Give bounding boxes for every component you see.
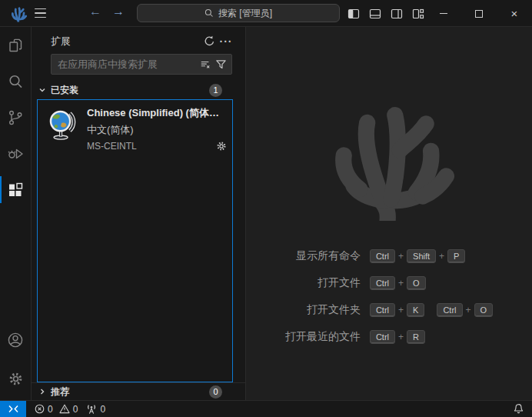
installed-extensions-list: Chinese (Simplified) (简体… 中文(简体) MS-CEIN… xyxy=(37,99,233,382)
extension-description: 中文(简体) xyxy=(87,123,228,137)
plus-sign: + xyxy=(398,251,404,262)
coral-watermark-logo xyxy=(324,87,454,224)
extension-name: Chinese (Simplified) (简体… xyxy=(87,106,228,120)
search-icon[interactable] xyxy=(0,63,31,99)
search-icon xyxy=(204,8,214,18)
notifications-bell[interactable] xyxy=(513,403,524,415)
error-count: 0 xyxy=(48,404,53,415)
key: O xyxy=(474,303,494,317)
activity-bar xyxy=(0,27,32,400)
shortcut-keys: Ctrl + R xyxy=(370,330,493,344)
plus-sign: + xyxy=(466,305,471,315)
key: Ctrl xyxy=(370,303,395,317)
plus-sign: + xyxy=(398,305,404,315)
key: K xyxy=(407,303,424,317)
key: Ctrl xyxy=(370,330,395,344)
ports-status[interactable]: 0 xyxy=(86,404,105,415)
app-logo-coral-icon xyxy=(10,5,27,22)
status-bar: 0 0 0 xyxy=(0,400,532,417)
editor-area: 显示所有命令 Ctrl + Shift + P 打开文件 Ctrl + xyxy=(246,27,532,400)
clear-search-results-icon[interactable] xyxy=(198,57,213,72)
key: P xyxy=(447,249,465,263)
toggle-primary-sidebar-icon[interactable] xyxy=(347,7,360,20)
chinese-language-pack-globe-icon xyxy=(45,106,78,140)
recommended-count-badge: 0 xyxy=(209,385,222,399)
recommended-label: 推荐 xyxy=(51,385,209,399)
explorer-files-icon[interactable] xyxy=(0,27,31,63)
chevron-down-icon xyxy=(38,86,48,94)
maximize-button[interactable] xyxy=(461,0,497,27)
broadcast-ports-icon xyxy=(86,404,97,415)
extension-publisher: MS-CEINTL xyxy=(87,141,137,152)
bell-icon xyxy=(513,403,524,415)
extensions-icon[interactable] xyxy=(0,172,31,208)
close-button[interactable]: × xyxy=(497,0,532,27)
key: R xyxy=(407,330,425,344)
activity-bar-spacer xyxy=(0,208,31,322)
app-window: ← → 搜索 [管理员] × xyxy=(0,0,532,417)
command-center-search[interactable]: 搜索 [管理员] xyxy=(137,4,340,22)
shortcut-label: 显示所有命令 xyxy=(296,249,361,263)
toggle-panel-icon[interactable] xyxy=(368,7,381,20)
extension-text: Chinese (Simplified) (简体… 中文(简体) MS-CEIN… xyxy=(87,106,228,152)
chevron-right-icon xyxy=(38,388,48,395)
key: Ctrl xyxy=(437,303,462,317)
keyboard-shortcuts-watermark: 显示所有命令 Ctrl + Shift + P 打开文件 Ctrl + xyxy=(285,249,493,344)
menu-hamburger-icon[interactable] xyxy=(35,8,46,18)
error-icon xyxy=(35,404,45,414)
more-actions-icon[interactable]: ··· xyxy=(218,34,234,49)
warning-icon xyxy=(59,404,70,414)
extensions-sidebar: 扩展 ··· xyxy=(32,27,246,400)
minimize-button[interactable] xyxy=(426,0,461,27)
shortcut-label: 打开最近的文件 xyxy=(285,330,361,344)
sidebar-title-row: 扩展 ··· xyxy=(32,27,245,52)
account-icon[interactable] xyxy=(0,322,31,358)
installed-count-badge: 1 xyxy=(209,84,222,97)
shortcut-keys: Ctrl + K Ctrl + O xyxy=(370,303,493,317)
shortcut-keys: Ctrl + O xyxy=(370,276,493,290)
installed-label: 已安装 xyxy=(51,84,209,97)
customize-layout-icon[interactable] xyxy=(411,7,424,20)
extension-search-row xyxy=(32,52,245,81)
shortcut-label: 打开文件夹 xyxy=(307,303,361,317)
run-debug-icon[interactable] xyxy=(0,135,31,172)
key: Ctrl xyxy=(370,249,395,263)
extension-search-input[interactable] xyxy=(58,58,198,70)
key: O xyxy=(407,276,426,290)
toggle-secondary-sidebar-icon[interactable] xyxy=(390,7,403,20)
forward-arrow-icon[interactable]: → xyxy=(109,5,128,18)
settings-gear-icon[interactable] xyxy=(0,361,31,397)
sidebar-title: 扩展 xyxy=(51,35,201,48)
plus-sign: + xyxy=(398,278,404,289)
main-area: 扩展 ··· xyxy=(0,27,532,400)
manage-extension-gear-icon[interactable] xyxy=(215,140,228,152)
extension-list-item[interactable]: Chinese (Simplified) (简体… 中文(简体) MS-CEIN… xyxy=(38,100,232,158)
source-control-icon[interactable] xyxy=(0,99,31,135)
extension-search-box xyxy=(51,54,232,75)
window-controls: × xyxy=(426,0,532,27)
plus-sign: + xyxy=(398,332,404,342)
ports-count: 0 xyxy=(100,404,105,415)
section-installed[interactable]: 已安装 1 xyxy=(32,81,245,99)
key: Shift xyxy=(407,249,436,263)
layout-controls xyxy=(347,0,424,27)
shortcut-label: 打开文件 xyxy=(318,276,361,290)
titlebar: ← → 搜索 [管理员] × xyxy=(0,0,532,27)
filter-icon[interactable] xyxy=(213,57,228,72)
plus-sign: + xyxy=(439,251,444,262)
search-label: 搜索 [管理员] xyxy=(218,7,272,20)
back-arrow-icon[interactable]: ← xyxy=(86,5,105,18)
problems-status[interactable]: 0 0 xyxy=(35,404,78,415)
remote-indicator[interactable] xyxy=(0,401,26,417)
section-recommended[interactable]: 推荐 0 xyxy=(32,382,245,400)
key: Ctrl xyxy=(370,276,395,290)
shortcut-keys: Ctrl + Shift + P xyxy=(370,249,493,263)
warning-count: 0 xyxy=(73,404,78,415)
refresh-icon[interactable] xyxy=(201,34,218,49)
